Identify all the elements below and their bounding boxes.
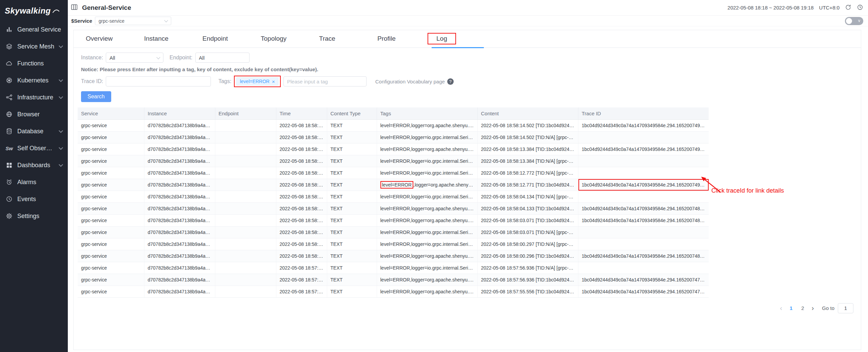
content-type-cell: TEXT xyxy=(327,155,377,167)
column-header: Time xyxy=(276,107,327,119)
layout-columns-icon[interactable] xyxy=(71,3,78,12)
goto-page-input[interactable] xyxy=(838,303,853,313)
content-type-cell: TEXT xyxy=(327,119,377,131)
sidebar-item-browser[interactable]: Browser xyxy=(0,106,68,123)
tab-trace[interactable]: Trace xyxy=(319,35,377,47)
refresh-icon[interactable] xyxy=(845,4,851,12)
sidebar-item-infrastructure[interactable]: Infrastructure xyxy=(0,89,68,106)
trace-id-cell[interactable]: 1bc04d9244d349c0a74a14709349584e.294.165… xyxy=(578,202,709,214)
tags-cell: level=ERROR,logger=org.apache.shenyu.exa… xyxy=(377,143,477,155)
theme-toggle[interactable]: v xyxy=(845,17,863,25)
table-row: grpc-serviced70782b8c2d347138b9a4aadad0.… xyxy=(78,238,709,250)
vocabulary-link[interactable]: Configuration Vocabulary page ? xyxy=(375,78,454,85)
trace-id-cell[interactable]: 1bc04d9244d349c0a74a14709349584e.294.165… xyxy=(578,143,709,155)
sidebar: Skywalking General Service Service Mesh … xyxy=(0,0,68,352)
page-2[interactable]: 2 xyxy=(798,305,807,312)
prev-page-icon[interactable]: ‹ xyxy=(778,304,784,312)
sidebar-item-label: Dashboards xyxy=(17,162,50,169)
time-cell: 2022-05-08 18:58:00 xyxy=(276,238,327,250)
tab-instance[interactable]: Instance xyxy=(144,35,202,47)
sidebar-item-database[interactable]: Database xyxy=(0,123,68,140)
content-cell: 2022-05-08 18:58:14.502 [TID:N/A] [grpc-… xyxy=(477,131,578,143)
trace-id-cell[interactable]: 1bc04d9244d349c0a74a14709349584e.294.165… xyxy=(578,274,709,286)
tab-topology[interactable]: Topology xyxy=(261,35,319,47)
close-icon[interactable]: × xyxy=(272,79,275,84)
instance-cell: d70782b8c2d347138b9a4aadad0... xyxy=(144,214,215,226)
endpoint-cell xyxy=(215,143,276,155)
tags-cell: level=ERROR,logger=io.grpc.internal.Seri… xyxy=(377,191,477,202)
trace-id-cell[interactable]: 1bc04d9244d349c0a74a14709349584e.294.165… xyxy=(578,286,709,297)
instance-cell: d70782b8c2d347138b9a4aadad0... xyxy=(144,238,215,250)
auto-refresh-clock-icon[interactable] xyxy=(857,4,863,12)
next-page-icon[interactable]: › xyxy=(810,304,815,312)
endpoint-cell xyxy=(215,238,276,250)
content-type-cell: TEXT xyxy=(327,143,377,155)
log-filters: Instance: All Endpoint: Notice: Please p… xyxy=(74,48,861,102)
content-type-cell: TEXT xyxy=(327,286,377,297)
tab-overview[interactable]: Overview xyxy=(86,35,144,47)
column-header: Tags xyxy=(377,107,477,119)
content-cell: 2022-05-08 18:58:13.384 [TID:N/A] [grpc-… xyxy=(477,155,578,167)
tab-endpoint[interactable]: Endpoint xyxy=(202,35,261,47)
service-select[interactable]: grpc-service xyxy=(95,17,171,25)
sidebar-item-general-service[interactable]: General Service xyxy=(0,21,68,38)
instance-select[interactable]: All xyxy=(106,53,163,63)
trace-id-cell[interactable]: 1bc04d9244d349c0a74a14709349584e.294.165… xyxy=(578,214,709,226)
sidebar-item-settings[interactable]: Settings xyxy=(0,208,68,224)
instance-cell: d70782b8c2d347138b9a4aadad0... xyxy=(144,131,215,143)
endpoint-input[interactable] xyxy=(195,53,250,63)
chevron-down-icon xyxy=(59,129,63,133)
trace-id-cell[interactable]: 1bc04d9244d349c0a74a14709349584e.294.165… xyxy=(578,119,709,131)
trace-id-input[interactable] xyxy=(106,76,211,86)
tab-log[interactable]: Log xyxy=(436,35,494,47)
tags-cell: level=ERROR,logger=org.apache.shenyu.exa… xyxy=(377,202,477,214)
time-cell: 2022-05-08 18:58:03 xyxy=(276,214,327,226)
sidebar-item-events[interactable]: Events xyxy=(0,191,68,208)
tab-profile[interactable]: Profile xyxy=(377,35,436,47)
time-cell: 2022-05-08 18:58:12 xyxy=(276,167,327,179)
trace-id-cell[interactable]: 1bc04d9244d349c0a74a14709349584e.294.165… xyxy=(578,179,709,191)
sidebar-item-alarms[interactable]: Alarms xyxy=(0,174,68,191)
content-type-cell: TEXT xyxy=(327,274,377,286)
content-cell: 2022-05-08 18:57:56.936 [TID:1bc04d9244d… xyxy=(477,274,578,286)
content-cell: 2022-05-08 18:58:00.296 [TID:1bc04d9244d… xyxy=(477,250,578,262)
trace-id-cell[interactable]: 1bc04d9244d349c0a74a14709349584e.294.165… xyxy=(578,250,709,262)
sidebar-item-self-observability[interactable]: Sw Self Observability xyxy=(0,140,68,157)
sidebar-item-dashboards[interactable]: Dashboards xyxy=(0,157,68,174)
annotation-box-tag-chip: level=ERROR × xyxy=(234,76,280,87)
sidebar-item-label: Events xyxy=(17,196,36,203)
search-button[interactable]: Search xyxy=(81,91,111,102)
tags-cell: level=ERROR,logger=org.apache.shenyu.exa… xyxy=(377,214,477,226)
logo-swoosh-icon xyxy=(52,8,60,14)
tag-input[interactable] xyxy=(283,76,367,86)
trace-id-cell xyxy=(578,238,709,250)
sidebar-item-kubernetes[interactable]: Kubernetes xyxy=(0,72,68,89)
goto-label: Go to xyxy=(822,305,834,311)
toggle-knob xyxy=(846,18,852,24)
chevron-down-icon xyxy=(59,78,63,82)
bar-chart-icon xyxy=(5,26,13,33)
instance-cell: d70782b8c2d347138b9a4aadad0... xyxy=(144,155,215,167)
trace-id-cell xyxy=(578,167,709,179)
service-cell: grpc-service xyxy=(78,286,144,297)
help-icon: ? xyxy=(447,78,454,85)
table-row: grpc-serviced70782b8c2d347138b9a4aadad0.… xyxy=(78,202,709,214)
sidebar-item-service-mesh[interactable]: Service Mesh xyxy=(0,38,68,55)
trace-id-cell xyxy=(578,191,709,202)
chevron-down-icon xyxy=(164,18,168,22)
page-title: General-Service xyxy=(82,4,131,12)
tag-chip[interactable]: level=ERROR × xyxy=(236,77,278,85)
sidebar-item-functions[interactable]: Functions xyxy=(0,55,68,72)
service-cell: grpc-service xyxy=(78,214,144,226)
time-cell: 2022-05-08 18:58:14 xyxy=(276,119,327,131)
vocabulary-link-label: Configuration Vocabulary page xyxy=(375,79,445,84)
endpoint-cell xyxy=(215,131,276,143)
time-range[interactable]: 2022-05-08 18:18 ~ 2022-05-08 19:18 xyxy=(728,5,814,11)
time-cell: 2022-05-08 18:57:56 xyxy=(276,274,327,286)
timezone[interactable]: UTC+8:0 xyxy=(819,5,840,11)
page-1[interactable]: 1 xyxy=(787,305,795,312)
content-type-cell: TEXT xyxy=(327,214,377,226)
tab-label: Endpoint xyxy=(202,35,228,42)
time-cell: 2022-05-08 18:58:03 xyxy=(276,226,327,238)
instance-cell: d70782b8c2d347138b9a4aadad0... xyxy=(144,262,215,274)
